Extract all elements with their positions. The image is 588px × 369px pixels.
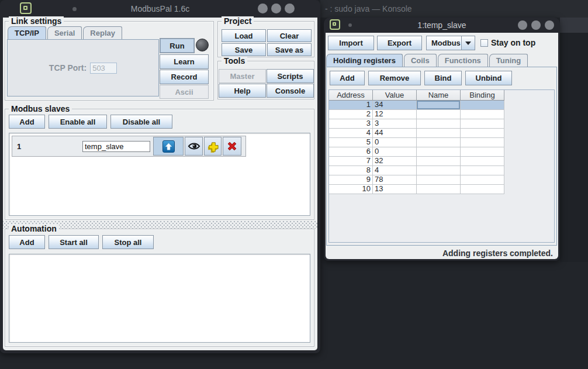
bind-button[interactable]: Bind (424, 71, 462, 85)
cell-binding[interactable] (461, 175, 504, 185)
tab-holding-registers[interactable]: Holding registers (326, 54, 403, 67)
learn-button[interactable]: Learn (160, 54, 209, 69)
slave-name-input[interactable] (82, 141, 150, 152)
col-header-binding[interactable]: Binding (461, 90, 504, 101)
unbind-button[interactable]: Unbind (465, 71, 512, 85)
slave-duplicate-button[interactable] (204, 137, 222, 156)
table-row[interactable]: 50 (329, 138, 554, 147)
add-register-button[interactable]: Add (330, 71, 365, 85)
cell-binding[interactable] (461, 129, 504, 138)
cell-address[interactable]: 1 (329, 101, 373, 110)
minimize-button[interactable] (258, 4, 268, 13)
maximize-button[interactable] (531, 20, 541, 30)
save-as-button[interactable]: Save as (267, 43, 312, 56)
col-header-value[interactable]: Value (373, 90, 417, 101)
cell-address[interactable]: 3 (329, 119, 373, 129)
save-button[interactable]: Save (222, 43, 266, 56)
col-header-name[interactable]: Name (417, 90, 461, 101)
cell-value[interactable]: 3 (373, 119, 417, 129)
cell-value[interactable]: 34 (373, 101, 417, 110)
table-row[interactable]: 978 (329, 175, 554, 185)
close-button[interactable] (285, 4, 295, 13)
modbus-combo[interactable]: Modbus (426, 36, 475, 50)
cell-address[interactable]: 5 (329, 138, 373, 147)
cell-value[interactable]: 12 (373, 110, 417, 119)
cell-name[interactable] (417, 110, 461, 119)
cell-name[interactable] (417, 138, 461, 147)
minimize-button[interactable] (518, 20, 527, 30)
run-button[interactable]: Run (160, 38, 195, 53)
combo-arrow-button[interactable] (461, 36, 475, 50)
import-button[interactable]: Import (328, 36, 374, 50)
tab-serial[interactable]: Serial (47, 26, 82, 39)
cell-value[interactable]: 0 (373, 147, 417, 157)
tab-tuning[interactable]: Tuning (489, 54, 528, 67)
cell-value[interactable]: 44 (373, 129, 417, 138)
table-row[interactable]: 134 (329, 101, 554, 110)
cell-value[interactable]: 13 (373, 185, 417, 194)
tab-tcpip[interactable]: TCP/IP (8, 26, 46, 39)
cell-address[interactable]: 10 (329, 185, 373, 194)
modbuspal-titlebar[interactable]: ModbusPal 1.6c (0, 0, 320, 18)
load-button[interactable]: Load (222, 29, 266, 42)
cell-address[interactable]: 9 (329, 175, 373, 185)
tab-replay[interactable]: Replay (83, 26, 122, 39)
cell-name[interactable] (417, 147, 461, 157)
table-row[interactable]: 60 (329, 147, 554, 157)
cell-value[interactable]: 0 (373, 138, 417, 147)
maximize-button[interactable] (271, 4, 281, 13)
close-button[interactable] (545, 20, 554, 30)
export-button[interactable]: Export (377, 36, 422, 50)
col-header-address[interactable]: Address (329, 90, 373, 101)
console-button[interactable]: Console (267, 84, 314, 98)
cell-value[interactable]: 32 (373, 157, 417, 166)
table-row[interactable]: 212 (329, 110, 554, 119)
cell-address[interactable]: 4 (329, 129, 373, 138)
record-button[interactable]: Record (160, 70, 209, 84)
konsole-titlebar[interactable]: - : sudo java — Konsole (320, 0, 588, 18)
help-button[interactable]: Help (219, 84, 266, 98)
tab-coils[interactable]: Coils (404, 54, 437, 67)
table-row[interactable]: 84 (329, 166, 554, 175)
cell-value[interactable]: 78 (373, 175, 417, 185)
add-automation-button[interactable]: Add (9, 235, 45, 249)
cell-name[interactable] (417, 119, 461, 129)
clear-button[interactable]: Clear (267, 29, 312, 42)
tab-functions[interactable]: Functions (438, 54, 488, 67)
cell-address[interactable]: 2 (329, 110, 373, 119)
cell-binding[interactable] (461, 147, 504, 157)
cell-name[interactable] (417, 166, 461, 175)
table-row[interactable]: 732 (329, 157, 554, 166)
cell-name[interactable] (417, 157, 461, 166)
cell-binding[interactable] (461, 110, 504, 119)
cell-binding[interactable] (461, 138, 504, 147)
remove-register-button[interactable]: Remove (368, 71, 421, 85)
start-all-button[interactable]: Start all (49, 235, 99, 249)
table-row[interactable]: 1013 (329, 185, 554, 194)
cell-address[interactable]: 6 (329, 147, 373, 157)
table-row[interactable]: 444 (329, 129, 554, 138)
cell-address[interactable]: 8 (329, 166, 373, 175)
cell-name[interactable] (417, 129, 461, 138)
ascii-button[interactable]: Ascii (160, 85, 209, 99)
cell-binding[interactable] (461, 166, 504, 175)
enable-all-button[interactable]: Enable all (49, 115, 107, 129)
cell-name[interactable] (417, 101, 461, 110)
cell-address[interactable]: 7 (329, 157, 373, 166)
slave-show-button[interactable] (185, 137, 203, 156)
cell-binding[interactable] (461, 157, 504, 166)
tcp-port-input[interactable] (90, 63, 117, 74)
slave-titlebar[interactable]: 1:temp_slave (324, 18, 560, 33)
master-button[interactable]: Master (219, 69, 266, 83)
slave-delete-button[interactable] (223, 137, 241, 156)
disable-all-button[interactable]: Disable all (110, 115, 172, 129)
slave-enable-toggle-button[interactable] (153, 137, 184, 156)
add-slave-button[interactable]: Add (9, 115, 45, 129)
scripts-button[interactable]: Scripts (267, 69, 314, 83)
table-row[interactable]: 33 (329, 119, 554, 129)
cell-binding[interactable] (461, 101, 504, 110)
stop-all-button[interactable]: Stop all (102, 235, 154, 249)
cell-value[interactable]: 4 (373, 166, 417, 175)
cell-name[interactable] (417, 185, 461, 194)
cell-name[interactable] (417, 175, 461, 185)
